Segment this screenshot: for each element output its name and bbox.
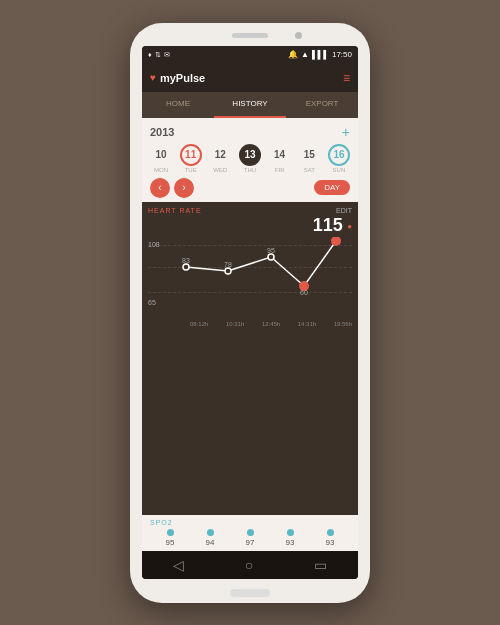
app-bar: ♥ myPulse ≡ bbox=[142, 64, 358, 92]
spo2-dot-0: 95 bbox=[166, 529, 175, 547]
heart-rate-section: HEART RATE EDIT 115 ● 108 65 bbox=[142, 202, 358, 515]
spo2-circle-2 bbox=[247, 529, 254, 536]
calendar-year: 2013 bbox=[150, 126, 174, 138]
wifi-icon: ▲ bbox=[301, 50, 309, 59]
cal-label-sun: SUN bbox=[333, 167, 346, 173]
chart-area: 108 65 bbox=[148, 237, 352, 327]
x-labels: 08:12h 10:31h 12:45h 14:31h 19:56h bbox=[170, 321, 352, 327]
cal-num-12[interactable]: 12 bbox=[209, 144, 231, 166]
cal-day-10: 10 MON bbox=[150, 144, 172, 173]
calendar-nav-row: ‹ › DAY bbox=[150, 178, 350, 198]
cal-num-16[interactable]: 16 bbox=[328, 144, 350, 166]
spo2-value-0: 95 bbox=[166, 538, 175, 547]
cal-num-15[interactable]: 15 bbox=[298, 144, 320, 166]
app-title: ♥ myPulse bbox=[150, 72, 205, 84]
calendar-add-button[interactable]: + bbox=[342, 124, 350, 140]
spo2-value-1: 94 bbox=[206, 538, 215, 547]
home-button[interactable]: ○ bbox=[245, 557, 253, 573]
dot-2 bbox=[268, 254, 274, 260]
spo2-circle-0 bbox=[167, 529, 174, 536]
nav-bar: ◁ ○ ▭ bbox=[142, 551, 358, 579]
heart-rate-title: HEART RATE bbox=[148, 207, 202, 214]
recents-button[interactable]: ▭ bbox=[314, 557, 327, 573]
cal-num-10[interactable]: 10 bbox=[150, 144, 172, 166]
cal-day-13: 13 THU bbox=[239, 144, 261, 173]
back-button[interactable]: ◁ bbox=[173, 557, 184, 573]
cal-day-15: 15 SAT bbox=[298, 144, 320, 173]
calendar-section: 2013 + 10 MON 11 TUE 12 WED bbox=[142, 118, 358, 202]
spo2-value-2: 97 bbox=[246, 538, 255, 547]
spo2-value-3: 93 bbox=[286, 538, 295, 547]
cal-day-16: 16 SUN bbox=[328, 144, 350, 173]
spo2-value-4: 93 bbox=[326, 538, 335, 547]
signal-icon: ▌▌▌ bbox=[312, 50, 329, 59]
tab-home[interactable]: HOME bbox=[142, 92, 214, 118]
dot-0 bbox=[183, 264, 189, 270]
spo2-dot-3: 93 bbox=[286, 529, 295, 547]
alarm-icon: 🔔 bbox=[288, 50, 298, 59]
heart-icon: ♥ bbox=[150, 72, 156, 83]
phone-speaker bbox=[232, 33, 268, 38]
cal-num-14[interactable]: 14 bbox=[269, 144, 291, 166]
tab-history[interactable]: HISTORY bbox=[214, 92, 286, 118]
phone-camera bbox=[295, 32, 302, 39]
chart-line bbox=[186, 241, 336, 286]
sync-icon: ⇅ bbox=[155, 51, 161, 59]
spo2-circle-4 bbox=[327, 529, 334, 536]
edit-button[interactable]: EDIT bbox=[336, 207, 352, 214]
cal-next-button[interactable]: › bbox=[174, 178, 194, 198]
status-right-icons: 🔔 ▲ ▌▌▌ 17:50 bbox=[288, 50, 352, 59]
mail-icon: ✉ bbox=[164, 51, 170, 59]
spo2-circle-1 bbox=[207, 529, 214, 536]
x-label-1: 10:31h bbox=[226, 321, 244, 327]
status-left-icons: ♦ ⇅ ✉ bbox=[148, 51, 170, 59]
x-label-3: 14:31h bbox=[298, 321, 316, 327]
tab-export[interactable]: EXPORT bbox=[286, 92, 358, 118]
cal-day-11: 11 TUE bbox=[180, 144, 202, 173]
cal-num-13[interactable]: 13 bbox=[239, 144, 261, 166]
cal-day-12: 12 WED bbox=[209, 144, 231, 173]
spo2-dot-1: 94 bbox=[206, 529, 215, 547]
phone-device: ♦ ⇅ ✉ 🔔 ▲ ▌▌▌ 17:50 ♥ myPulse ≡ HOME HIS… bbox=[130, 23, 370, 603]
dot-1 bbox=[225, 268, 231, 274]
cal-label-tue: TUE bbox=[185, 167, 197, 173]
spo2-dot-4: 93 bbox=[326, 529, 335, 547]
cal-label-sat: SAT bbox=[304, 167, 315, 173]
chart-header: HEART RATE EDIT bbox=[148, 207, 352, 214]
cal-prev-button[interactable]: ‹ bbox=[150, 178, 170, 198]
time-display: 17:50 bbox=[332, 50, 352, 59]
label-2: 95 bbox=[267, 247, 275, 254]
cal-label-fri: FRI bbox=[275, 167, 285, 173]
calendar-days: 10 MON 11 TUE 12 WED 13 THU bbox=[150, 144, 350, 173]
y-label-low: 65 bbox=[148, 299, 156, 306]
cal-day-14: 14 FRI bbox=[269, 144, 291, 173]
label-0: 83 bbox=[182, 257, 190, 264]
phone-screen: ♦ ⇅ ✉ 🔔 ▲ ▌▌▌ 17:50 ♥ myPulse ≡ HOME HIS… bbox=[142, 46, 358, 579]
x-label-2: 12:45h bbox=[262, 321, 280, 327]
spo2-readings: 95 94 97 93 bbox=[150, 529, 350, 547]
spo2-circle-3 bbox=[287, 529, 294, 536]
x-label-0: 08:12h bbox=[190, 321, 208, 327]
view-day-button[interactable]: DAY bbox=[314, 180, 350, 195]
cal-label-mon: MON bbox=[154, 167, 168, 173]
calendar-year-row: 2013 + bbox=[150, 124, 350, 140]
menu-icon[interactable]: ≡ bbox=[343, 71, 350, 85]
spo2-dot-2: 97 bbox=[246, 529, 255, 547]
heart-rate-value: 115 bbox=[313, 215, 343, 235]
label-3: 60 bbox=[300, 289, 308, 296]
bt-icon: ♦ bbox=[148, 51, 152, 58]
label-1: 78 bbox=[224, 261, 232, 268]
nav-tabs: HOME HISTORY EXPORT bbox=[142, 92, 358, 118]
physical-home-button[interactable] bbox=[230, 589, 270, 597]
cal-label-wed: WED bbox=[213, 167, 227, 173]
spo2-title: SPO2 bbox=[150, 519, 350, 526]
spo2-section: SPO2 95 94 97 bbox=[142, 515, 358, 551]
content-area: 2013 + 10 MON 11 TUE 12 WED bbox=[142, 118, 358, 551]
x-label-4: 19:56h bbox=[334, 321, 352, 327]
cal-label-thu: THU bbox=[244, 167, 256, 173]
status-bar: ♦ ⇅ ✉ 🔔 ▲ ▌▌▌ 17:50 bbox=[142, 46, 358, 64]
cal-num-11[interactable]: 11 bbox=[180, 144, 202, 166]
heart-rate-chart: 83 78 95 60 bbox=[170, 237, 352, 312]
